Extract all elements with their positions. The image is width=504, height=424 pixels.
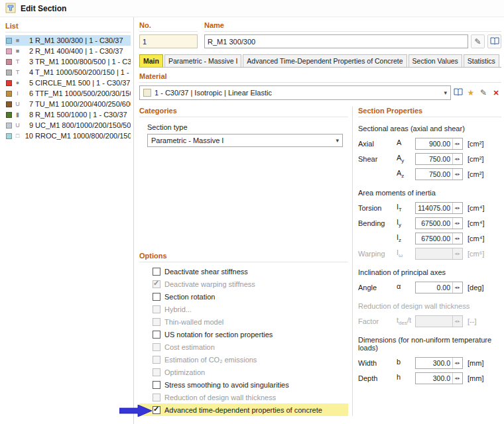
unit-label: [cm⁴] [463, 235, 501, 242]
spinner-icon[interactable]: ◂▸ [452, 203, 462, 213]
value-field[interactable]: 750.00◂▸ [415, 168, 463, 180]
section-shape-icon: ■ [14, 37, 21, 44]
value-field[interactable]: 67500.00◂▸ [415, 233, 463, 244]
list-item-number: 5 [23, 79, 33, 87]
value-field[interactable]: 114075.00◂▸ [415, 202, 463, 214]
list-item-label: R_M1 400/400 | 1 - C30/37 [35, 47, 123, 55]
material-library-button[interactable] [453, 86, 464, 99]
list-item-label: RROC_M1 1000/800/200/150/25 [35, 132, 131, 140]
edit-material-button[interactable]: ✎ [478, 86, 489, 99]
spinner-icon[interactable]: ◂▸ [452, 373, 462, 384]
value-field[interactable]: 0.00◂▸ [415, 282, 463, 293]
list-item-label: R_M1 300/300 | 1 - C30/37 [35, 36, 123, 44]
section-library-button[interactable] [487, 34, 501, 48]
name-group: Name ✎ [204, 21, 501, 48]
section-properties-caption: Section Properties [358, 107, 501, 117]
checkbox[interactable] [153, 381, 160, 389]
symbol: Iω [397, 248, 415, 258]
chevron-down-icon[interactable]: ▾ [336, 137, 339, 144]
list-item-number: 10 [23, 132, 33, 140]
checkbox-cost-estimation: Cost estimation [139, 341, 348, 353]
list-item-number: 4 [23, 68, 33, 76]
group-title: Inclination of principal axes [358, 268, 501, 276]
options-group: Options Deactivate shear stiffness ✓ Dea… [139, 252, 348, 416]
symbol: Ay [397, 154, 415, 164]
new-material-button[interactable]: ★ [466, 86, 476, 99]
value-field[interactable]: 300.0◂▸ [415, 372, 463, 384]
chevron-down-icon[interactable]: ▾ [444, 89, 447, 96]
property-row-shear-z: Az 750.00◂▸ [cm²] [358, 166, 501, 182]
checkbox [153, 305, 160, 313]
list-caption: List [5, 22, 131, 32]
material-caption: Material [139, 72, 501, 83]
checkbox-deactivate-shear-stiffness[interactable]: Deactivate shear stiffness [139, 265, 348, 278]
spinner-icon[interactable]: ◂▸ [452, 154, 462, 164]
main-area: No. Name ✎ [134, 17, 504, 424]
name-caption: Name [204, 21, 501, 32]
checkbox[interactable] [153, 331, 160, 339]
tab-statistics[interactable]: Statistics [464, 54, 499, 67]
list-item-label: TTF_M1 1000/500/200/30/150 | 1 [35, 89, 131, 97]
property-row-angle: Angle α 0.00◂▸ [deg] [358, 280, 501, 295]
spinner-icon[interactable]: ◂▸ [452, 233, 462, 244]
value-field[interactable]: 750.00◂▸ [415, 153, 463, 165]
property-row-axial: Axial A 900.00◂▸ [cm²] [358, 136, 501, 151]
tab-strip: Main Parametric - Massive I Advanced Tim… [139, 54, 501, 68]
section-type-combobox[interactable]: Parametric - Massive I ▾ [147, 134, 343, 147]
list-item[interactable]: ■ 1 R_M1 300/300 | 1 - C30/37 [5, 35, 131, 46]
list-item-number: 7 [23, 100, 33, 108]
checkbox[interactable]: ✓ [153, 406, 160, 414]
section-shape-icon: ■ [14, 48, 21, 54]
spinner-icon: ◂▸ [452, 316, 462, 327]
list-item-number: 8 [23, 111, 33, 119]
spinner-icon[interactable]: ◂▸ [452, 169, 462, 180]
spinner-icon[interactable]: ◂▸ [452, 218, 462, 229]
list-item[interactable]: ● 5 CIRCLE_M1 500 | 1 - C30/37 [5, 78, 131, 88]
checkbox-us-notation[interactable]: US notation for section properties [139, 328, 348, 341]
tab-section-values[interactable]: Section Values [409, 54, 462, 67]
unit-label: [cm²] [463, 155, 501, 163]
tab-advanced-time-dependent[interactable]: Advanced Time-Dependent Properties of Co… [243, 54, 407, 67]
list-item[interactable]: T 4 T_M1 1000/500/200/150 | 1 - C30/37 [5, 67, 131, 78]
spinner-icon[interactable]: ◂▸ [452, 138, 462, 149]
number-group: No. [139, 21, 198, 48]
title-bar: Edit Section [0, 0, 504, 17]
material-group: Material 1 - C30/37 | Isotropic | Linear… [139, 72, 501, 100]
unit-label: [--] [463, 317, 501, 325]
no-caption: No. [139, 21, 198, 32]
list-item[interactable]: □ 10 RROC_M1 1000/800/200/150/25 [5, 131, 131, 141]
section-shape-icon: T [14, 69, 21, 76]
tab-parametric-massive-i[interactable]: Parametric - Massive I [164, 54, 241, 67]
value-field[interactable]: 300.0◂▸ [415, 357, 463, 369]
list-item[interactable]: T 3 TR_M1 1000/800/500 | 1 - C30/37 [5, 56, 131, 67]
delete-material-button[interactable]: ✕ [491, 86, 501, 99]
spinner-icon[interactable]: ◂▸ [452, 282, 462, 293]
material-combobox[interactable]: 1 - C30/37 | Isotropic | Linear Elastic … [139, 85, 451, 100]
unit-label: [cm⁴] [463, 204, 501, 212]
list-item[interactable]: I 6 TTF_M1 1000/500/200/30/150 | 1 [5, 88, 131, 99]
checkbox-stress-smoothing[interactable]: Stress smoothing to avoid singularities [139, 378, 348, 391]
material-value: 1 - C30/37 | Isotropic | Linear Elastic [155, 89, 272, 97]
value-field[interactable]: 67500.00◂▸ [415, 217, 463, 229]
property-row-shear-y: Shear Ay 750.00◂▸ [cm²] [358, 151, 501, 166]
list-item[interactable]: ▮ 8 R_M1 500/1000 | 1 - C30/37 [5, 109, 131, 120]
value-field: ◂▸ [415, 248, 463, 260]
list-item[interactable]: U 9 UC_M1 800/1000/200/150/50/75 [5, 120, 131, 131]
checkbox[interactable] [153, 293, 160, 301]
tab-main[interactable]: Main [139, 54, 163, 67]
checkbox-section-rotation[interactable]: Section rotation [139, 290, 348, 303]
section-shape-icon: ▮ [14, 111, 21, 118]
property-row-bending-z: Iz 67500.00◂▸ [cm⁴] [358, 231, 501, 246]
checkbox-advanced-time-dependent-concrete[interactable]: ✓ Advanced time-dependent properties of … [139, 403, 348, 416]
book-icon [454, 88, 463, 97]
section-shape-icon: ● [14, 80, 21, 86]
list-item[interactable]: ■ 2 R_M1 400/400 | 1 - C30/37 [5, 46, 131, 56]
unit-label: [cm²] [463, 170, 501, 178]
section-type-value: Parametric - Massive I [151, 136, 223, 144]
list-item[interactable]: U 7 TU_M1 1000/200/400/250/600/3 [5, 99, 131, 109]
rename-button[interactable]: ✎ [471, 34, 485, 48]
spinner-icon[interactable]: ◂▸ [452, 358, 462, 368]
section-name-input[interactable] [204, 34, 468, 48]
checkbox[interactable] [153, 268, 160, 276]
value-field[interactable]: 900.00◂▸ [415, 138, 463, 150]
